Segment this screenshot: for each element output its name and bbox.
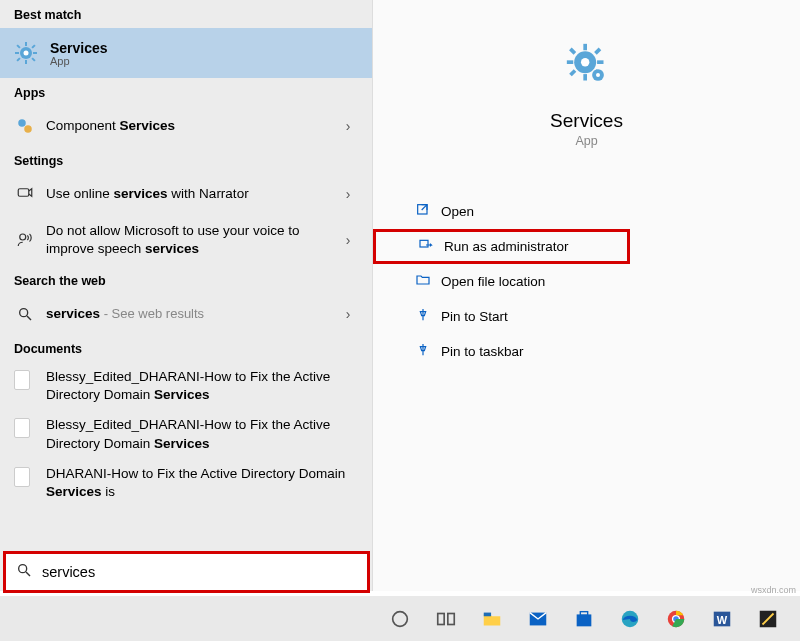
best-match-subtitle: App bbox=[50, 55, 108, 67]
svg-rect-40 bbox=[580, 611, 587, 615]
chevron-right-icon[interactable]: › bbox=[338, 186, 358, 202]
taskbar-file-explorer[interactable] bbox=[472, 599, 512, 639]
svg-line-33 bbox=[26, 572, 30, 576]
svg-rect-21 bbox=[569, 48, 576, 55]
taskbar: W bbox=[0, 596, 800, 641]
section-settings: Settings bbox=[0, 146, 372, 174]
svg-rect-35 bbox=[438, 613, 444, 624]
action-label: Open file location bbox=[441, 274, 545, 289]
taskbar-word[interactable]: W bbox=[702, 599, 742, 639]
taskbar-app[interactable] bbox=[748, 599, 788, 639]
svg-point-11 bbox=[24, 125, 32, 133]
document-label: Blessy_Edited_DHARANI-How to Fix the Act… bbox=[46, 368, 358, 404]
taskbar-edge[interactable] bbox=[610, 599, 650, 639]
taskbar-store[interactable] bbox=[564, 599, 604, 639]
action-label: Pin to taskbar bbox=[441, 344, 524, 359]
setting-label: Use online services with Narrator bbox=[46, 185, 338, 203]
svg-rect-18 bbox=[583, 74, 587, 80]
action-label: Open bbox=[441, 204, 474, 219]
action-pin-to-taskbar[interactable]: Pin to taskbar bbox=[373, 334, 800, 369]
chevron-right-icon[interactable]: › bbox=[338, 306, 358, 322]
pin-start-icon bbox=[415, 307, 441, 326]
taskbar-chrome[interactable] bbox=[656, 599, 696, 639]
section-apps: Apps bbox=[0, 78, 372, 106]
component-services-icon bbox=[14, 117, 36, 135]
svg-point-10 bbox=[18, 119, 26, 127]
search-input[interactable] bbox=[36, 564, 367, 580]
svg-rect-36 bbox=[448, 613, 454, 624]
svg-rect-4 bbox=[33, 52, 37, 54]
watermark: wsxdn.com bbox=[751, 585, 796, 595]
search-box[interactable] bbox=[3, 551, 370, 593]
svg-point-27 bbox=[595, 73, 599, 77]
search-results-panel: Best match Services App Apps Component S… bbox=[0, 0, 373, 591]
search-icon bbox=[16, 562, 36, 582]
services-hero-icon bbox=[565, 42, 609, 86]
svg-rect-5 bbox=[16, 44, 20, 48]
svg-rect-1 bbox=[25, 42, 27, 46]
web-result-services[interactable]: services - See web results › bbox=[0, 294, 372, 334]
services-icon bbox=[14, 41, 38, 65]
svg-rect-37 bbox=[484, 612, 491, 616]
setting-speech-services[interactable]: Do not allow Microsoft to use your voice… bbox=[0, 214, 372, 266]
chevron-right-icon[interactable]: › bbox=[338, 232, 358, 248]
document-result[interactable]: DHARANI-How to Fix the Active Directory … bbox=[0, 459, 372, 507]
svg-point-32 bbox=[19, 565, 27, 573]
svg-point-13 bbox=[20, 234, 26, 240]
section-web: Search the web bbox=[0, 266, 372, 294]
document-icon bbox=[14, 370, 36, 390]
svg-rect-23 bbox=[569, 69, 576, 76]
taskbar-taskview[interactable] bbox=[426, 599, 466, 639]
svg-point-9 bbox=[24, 51, 29, 56]
hero: Services App bbox=[373, 0, 800, 148]
web-result-label: services - See web results bbox=[46, 305, 338, 323]
document-label: DHARANI-How to Fix the Active Directory … bbox=[46, 465, 358, 501]
chevron-right-icon[interactable]: › bbox=[338, 118, 358, 134]
action-label: Pin to Start bbox=[441, 309, 508, 324]
document-label: Blessy_Edited_DHARANI-How to Fix the Act… bbox=[46, 416, 358, 452]
best-match-title: Services bbox=[50, 40, 108, 56]
svg-text:W: W bbox=[717, 613, 728, 625]
svg-rect-8 bbox=[31, 44, 35, 48]
setting-label: Do not allow Microsoft to use your voice… bbox=[46, 222, 338, 257]
app-result-label: Component Services bbox=[46, 117, 338, 135]
admin-icon bbox=[418, 237, 444, 256]
folder-icon bbox=[415, 272, 441, 291]
hero-subtitle: App bbox=[575, 134, 597, 148]
action-pin-to-start[interactable]: Pin to Start bbox=[373, 299, 800, 334]
pin-taskbar-icon bbox=[415, 342, 441, 361]
svg-rect-24 bbox=[594, 48, 601, 55]
action-open-file-location[interactable]: Open file location bbox=[373, 264, 800, 299]
section-best-match: Best match bbox=[0, 0, 372, 28]
action-list: Open Run as administrator Open file loca… bbox=[373, 194, 800, 369]
action-run-as-administrator[interactable]: Run as administrator bbox=[373, 229, 630, 264]
document-result[interactable]: Blessy_Edited_DHARANI-How to Fix the Act… bbox=[0, 362, 372, 410]
app-result-component-services[interactable]: Component Services › bbox=[0, 106, 372, 146]
document-icon bbox=[14, 467, 36, 487]
taskbar-cortana[interactable] bbox=[380, 599, 420, 639]
hero-title: Services bbox=[550, 110, 623, 132]
svg-line-15 bbox=[27, 316, 31, 320]
setting-narrator-services[interactable]: Use online services with Narrator › bbox=[0, 174, 372, 214]
detail-panel: Services App Open Run as administrator O… bbox=[373, 0, 800, 591]
svg-rect-29 bbox=[420, 240, 428, 247]
search-icon bbox=[14, 306, 36, 322]
svg-point-34 bbox=[393, 611, 408, 626]
taskbar-mail[interactable] bbox=[518, 599, 558, 639]
narrator-icon bbox=[14, 185, 36, 203]
document-result[interactable]: Blessy_Edited_DHARANI-How to Fix the Act… bbox=[0, 410, 372, 458]
svg-rect-20 bbox=[597, 60, 603, 64]
svg-point-14 bbox=[20, 309, 28, 317]
open-icon bbox=[415, 202, 441, 221]
speech-icon bbox=[14, 231, 36, 249]
svg-rect-17 bbox=[583, 44, 587, 50]
action-open[interactable]: Open bbox=[373, 194, 800, 229]
svg-rect-39 bbox=[577, 614, 592, 626]
svg-rect-6 bbox=[31, 57, 35, 61]
best-match-item[interactable]: Services App bbox=[0, 28, 372, 78]
section-documents: Documents bbox=[0, 334, 372, 362]
document-icon bbox=[14, 418, 36, 438]
svg-rect-12 bbox=[18, 189, 29, 197]
svg-rect-3 bbox=[15, 52, 19, 54]
svg-rect-19 bbox=[566, 60, 572, 64]
